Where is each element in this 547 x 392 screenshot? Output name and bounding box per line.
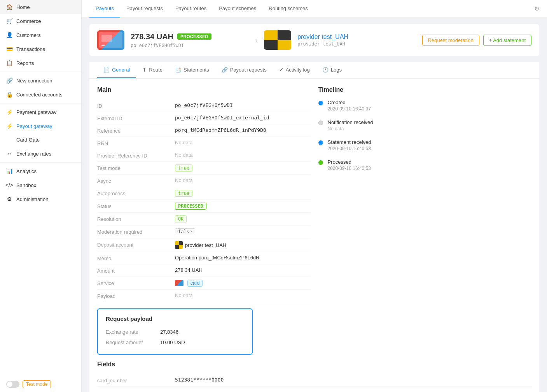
field-value: Operation porq_tMCdRsofmZP6L6dR [175, 255, 260, 261]
sidebar-item-transactions[interactable]: 💳 Transactions [0, 42, 81, 56]
request-moderation-button[interactable]: Request moderation [422, 35, 479, 46]
tab-activity-log[interactable]: ✔ Activity log [273, 62, 316, 78]
sandbox-icon: </> [6, 182, 12, 188]
field-label: Payload [97, 292, 175, 299]
tab-payout-requests[interactable]: 🔗 Payout requests [215, 62, 273, 78]
sidebar-item-home[interactable]: 🏠 Home [0, 0, 81, 14]
field-label: Autoprocess [97, 190, 175, 196]
field-value: No data [175, 140, 193, 145]
tab-statements[interactable]: 📑 Statements [169, 62, 215, 78]
tab-logs[interactable]: 🕐 Logs [316, 62, 348, 78]
field-row: PayloadNo data [97, 290, 311, 302]
fields-section: Fields card_number 512381******0000 [97, 361, 531, 387]
timeline-event-time: No data [328, 126, 373, 131]
tab-general[interactable]: 📄 General [97, 62, 136, 78]
nav-tab-payout-routes[interactable]: Payout routes [169, 0, 213, 18]
sidebar-item-exchange-rates[interactable]: ↔ Exchange rates [0, 147, 81, 161]
timeline-event-time: 2020-09-10 16:40:37 [328, 106, 371, 112]
sidebar-item-connected-accounts[interactable]: 🔒 Connected accounts [0, 88, 81, 102]
timeline-item: Statement received 2020-09-10 16:40:53 [318, 139, 532, 151]
payout-gateway-icon: ⚡ [6, 123, 12, 129]
sidebar-analytics-section: 📊 Analytics </> Sandbox ⚙ Administration [0, 162, 81, 206]
field-value: true [175, 190, 192, 197]
field-label: Resolution [97, 215, 175, 222]
field-value: 512381******0000 [175, 377, 224, 383]
nav-tab-payout-requests[interactable]: Payout requests [120, 0, 169, 18]
administration-icon: ⚙ [6, 196, 12, 202]
main-section: Main IDpo_e0c7jfVEGHOf5wDIExternal IDpo_… [97, 86, 311, 302]
field-value: po_e0c7jfVEGHOf5wDI [175, 102, 233, 108]
toggle-knob [7, 382, 12, 387]
reports-icon: 📋 [6, 60, 12, 66]
payout-id: po_e0c7jfVEGHOf5wDI [131, 43, 249, 48]
test-mode-switch[interactable] [6, 381, 19, 388]
sidebar-item-payment-gateway[interactable]: ⚡ Payment gateway [0, 105, 81, 119]
payout-amount: 278.34 UAH PROCESSED [131, 32, 249, 41]
provider-name: provider test_UAH [297, 33, 416, 40]
timeline-item: Processed 2020-09-10 16:40:53 [318, 159, 532, 171]
sidebar-item-analytics[interactable]: 📊 Analytics [0, 164, 81, 178]
home-icon: 🏠 [6, 4, 12, 10]
sidebar-item-card-gate[interactable]: Card Gate [0, 133, 81, 147]
content-area: 278.34 UAH PROCESSED po_e0c7jfVEGHOf5wDI… [82, 18, 547, 392]
connected-accounts-icon: 🔒 [6, 91, 12, 98]
timeline-dot [318, 160, 323, 165]
timeline-dot [318, 121, 323, 125]
processed-badge: PROCESSED [177, 33, 211, 40]
sidebar-item-reports[interactable]: 📋 Reports [0, 56, 81, 70]
analytics-icon: 📊 [6, 168, 12, 174]
timeline-event-time: 2020-09-10 16:40:53 [328, 146, 371, 151]
sidebar: 🏠 Home 🛒 Commerce 👤 Customers 💳 Transact… [0, 0, 82, 392]
timeline-text: Statement received 2020-09-10 16:40:53 [328, 139, 371, 151]
sidebar-item-administration[interactable]: ⚙ Administration [0, 192, 81, 206]
fields-rows: card_number 512381******0000 [97, 374, 531, 387]
top-nav: Payouts Payout requests Payout routes Pa… [82, 0, 547, 18]
field-row: Test modetrue [97, 162, 311, 175]
transactions-icon: 💳 [6, 46, 12, 52]
field-value: No data [175, 152, 193, 158]
sidebar-gateway-section: ⚡ Payment gateway ⚡ Payout gateway Card … [0, 103, 81, 161]
sidebar-item-customers[interactable]: 👤 Customers [0, 28, 81, 42]
tab-route[interactable]: ⬆ Route [136, 62, 169, 78]
field-value: provider test_UAH [175, 241, 226, 249]
fields-row: card_number 512381******0000 [97, 374, 531, 387]
payment-gateway-icon: ⚡ [6, 109, 12, 115]
sidebar-item-sandbox[interactable]: </> Sandbox [0, 178, 81, 192]
rp-field-row: Request amount 10.00 USD [106, 337, 244, 348]
field-value: false [175, 228, 195, 235]
field-row: External IDpo_e0c7jfVEGHOf5wDI_external_… [97, 112, 311, 124]
timeline-events: Created 2020-09-10 16:40:37 Notification… [318, 100, 532, 171]
timeline-text: Created 2020-09-10 16:40:37 [328, 100, 371, 112]
add-statement-button[interactable]: + Add statement [483, 35, 531, 46]
arrow-icon: › [255, 36, 258, 45]
test-mode-badge: Test mode [23, 380, 51, 388]
sidebar-item-new-connection[interactable]: 🔗 New connection [0, 74, 81, 88]
request-payload-box: Request payload Exchange rate 27.8346 Re… [97, 308, 253, 355]
nav-tab-payouts[interactable]: Payouts [89, 0, 120, 18]
field-label: Deposit account [97, 241, 175, 248]
logs-icon: 🕐 [322, 67, 329, 73]
field-label: Moderation required [97, 228, 175, 235]
test-mode-toggle[interactable]: Test mode [0, 376, 81, 392]
sidebar-item-commerce[interactable]: 🛒 Commerce [0, 14, 81, 28]
field-row: StatusPROCESSED [97, 200, 311, 213]
timeline-event-label: Statement received [328, 139, 371, 145]
nav-tab-payout-schemes[interactable]: Payout schemes [213, 0, 262, 18]
field-row: MemoOperation porq_tMCdRsofmZP6L6dR [97, 252, 311, 264]
refresh-icon[interactable]: ↻ [534, 5, 539, 12]
field-row: IDpo_e0c7jfVEGHOf5wDI [97, 100, 311, 112]
nav-tab-routing-schemes[interactable]: Routing schemes [262, 0, 314, 18]
field-value: OK [175, 215, 187, 222]
field-label: ID [97, 102, 175, 109]
payout-header: 278.34 UAH PROCESSED po_e0c7jfVEGHOf5wDI… [89, 24, 539, 56]
field-row: Moderation requiredfalse [97, 226, 311, 238]
timeline-dot [318, 101, 323, 105]
logo-q2 [278, 30, 291, 40]
field-row: RRNNo data [97, 137, 311, 149]
field-value: true [175, 164, 192, 172]
timeline-event-label: Processed [328, 159, 371, 165]
customers-icon: 👤 [6, 32, 12, 38]
sidebar-item-payout-gateway[interactable]: ⚡ Payout gateway [0, 119, 81, 133]
field-label: Service [97, 280, 175, 286]
payout-requests-icon: 🔗 [222, 67, 228, 73]
